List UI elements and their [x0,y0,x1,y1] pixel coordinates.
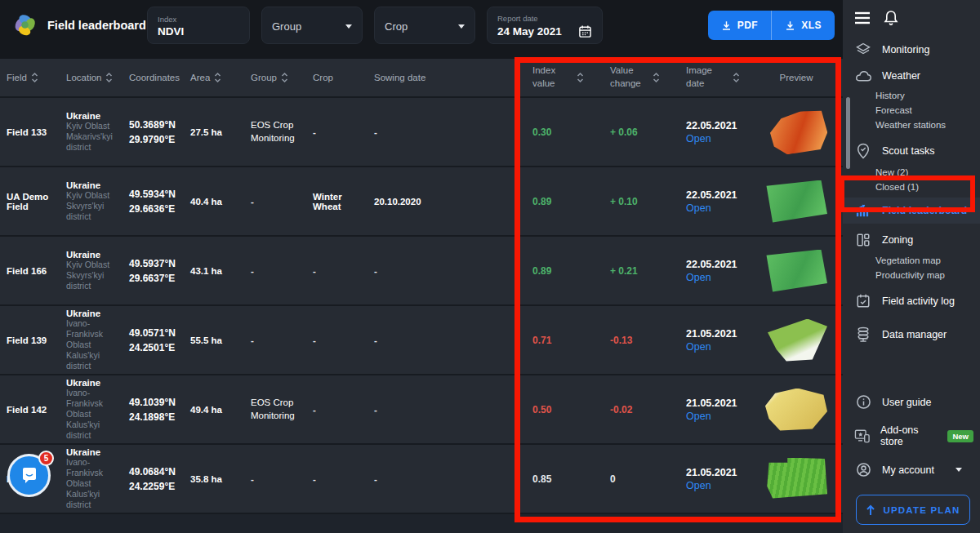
sidebar-subitem-scout-closed[interactable]: Closed (1) [843,180,980,194]
sidebar-item-weather[interactable]: Weather [843,64,980,88]
open-link[interactable]: Open [686,202,750,214]
export-xls-button[interactable]: XLS [771,11,835,40]
hamburger-menu-icon[interactable] [854,11,871,24]
column-header-location[interactable]: Location [60,72,122,83]
location-cell: Ukraine Kyiv Oblast Skvyrs'kyi district [60,180,122,222]
table-row[interactable]: Field 142 Ukraine Ivano-Frankivsk Oblast… [0,375,843,445]
area-cell: 27.5 ha [184,127,244,137]
preview-cell[interactable] [750,389,843,431]
crop-cell: - [306,127,368,137]
sidebar-subitem-history[interactable]: History [843,88,980,103]
column-header-group[interactable]: Group [244,72,306,83]
index-filter-label: Index [158,15,239,24]
sidebar-item-field-activity-log[interactable]: Field activity log [843,287,980,314]
image-date-cell: 22.05.2021 Open [670,259,750,283]
sort-icon[interactable] [281,72,288,83]
field-name: Field 133 [0,127,60,137]
location-cell: Ukraine Kyiv Oblast Makarivs'kyi distric… [60,111,122,153]
table-row[interactable]: Field 133 Ukraine Kyiv Oblast Makarivs'k… [0,98,843,167]
chat-bubble-icon [18,464,41,487]
index-value-cell: 0.71 [516,335,594,346]
sidebar-item-monitoring[interactable]: Monitoring [843,36,980,64]
sidebar-item-data-manager[interactable]: Data manager [843,321,980,348]
index-value-cell: 0.89 [516,196,594,207]
value-change-cell: 0 [594,473,670,485]
sowing-date-cell: - [368,127,516,137]
sort-icon[interactable] [733,72,740,83]
sort-icon[interactable] [214,72,221,83]
sort-icon[interactable] [577,72,584,83]
sidebar-item-user-guide[interactable]: User guide [843,389,980,415]
group-filter-dropdown[interactable]: Group [261,7,363,44]
sidebar-subitem-scout-new[interactable]: New (2) [843,165,980,180]
sidebar-subitem-weather-stations[interactable]: Weather stations [843,118,980,132]
column-header-field[interactable]: Field [0,72,60,83]
crop-filter-label: Crop [385,20,408,33]
open-link[interactable]: Open [686,411,750,422]
sort-icon[interactable] [31,72,38,83]
open-link[interactable]: Open [686,133,750,144]
sort-icon[interactable] [105,72,113,83]
report-date-picker[interactable]: Report date 24 May 2021 [487,7,603,44]
column-header-crop: Crop [306,73,368,82]
group-cell: EOS Crop Monitoring [244,397,301,422]
preview-cell[interactable] [750,180,843,223]
open-link[interactable]: Open [686,341,750,353]
chat-widget-button[interactable]: 5 [7,454,51,497]
table-row[interactable]: UA Demo Field Ukraine Kyiv Oblast Skvyrs… [0,167,843,237]
preview-cell[interactable] [750,458,843,500]
open-link[interactable]: Open [686,272,750,283]
column-header-image-date[interactable]: Image date [670,64,750,90]
group-cell: - [244,474,306,484]
group-cell: EOS Crop Monitoring [244,119,301,144]
update-plan-button[interactable]: UPDATE PLAN [856,495,970,525]
image-date-cell: 21.05.2021 Open [670,398,750,422]
sidebar-subitem-forecast[interactable]: Forecast [843,103,980,118]
sidebar-item-addons-store[interactable]: Add-ons store New [843,419,980,453]
location-cell: Ukraine Kyiv Oblast Skvyrs'kyi district [60,250,122,291]
preview-cell[interactable] [750,319,843,362]
index-value-cell: 0.89 [516,265,594,277]
preview-cell[interactable] [750,111,843,153]
app-logo-icon [11,11,39,39]
new-badge: New [947,430,973,442]
top-toolbar: Field leaderboard Index NDVI Group Crop … [0,0,843,51]
table-row[interactable]: Field 166 Ukraine Kyiv Oblast Skvyrs'kyi… [0,237,843,306]
database-icon [854,326,872,342]
column-header-index-value[interactable]: Index value [516,64,594,90]
sidebar-item-field-leaderboard[interactable]: Field leaderboard [843,198,980,224]
field-preview-image [765,319,827,362]
index-filter[interactable]: Index NDVI [147,7,250,44]
export-pdf-button[interactable]: PDF [708,11,772,40]
coordinates-cell: 49.5934°N 29.6636°E [122,187,184,216]
column-header-value-change[interactable]: Value change [594,64,670,90]
arrow-up-icon [866,504,875,516]
sidebar-item-my-account[interactable]: My account [843,456,980,483]
coordinates-cell: 49.5937°N 29.6637°E [122,256,184,286]
column-header-coordinates: Coordinates [122,73,184,82]
sidebar-subitem-vegetation-map[interactable]: Vegetation map [843,253,980,268]
index-filter-value: NDVI [158,25,239,38]
sidebar-item-scout-tasks[interactable]: Scout tasks [843,137,980,165]
chevron-down-icon [345,24,352,29]
group-cell: - [244,266,306,276]
column-header-area[interactable]: Area [184,72,244,83]
crop-cell: Winter Wheat [306,192,368,211]
sort-icon[interactable] [653,72,660,83]
addons-store-icon [854,429,871,443]
open-link[interactable]: Open [686,480,750,491]
download-icon [721,20,732,31]
layers-icon [854,42,872,58]
crop-filter-dropdown[interactable]: Crop [374,7,475,44]
table-row[interactable]: Field 139 Ukraine Ivano-Frankivsk Oblast… [0,306,843,375]
calendar-check-icon [854,293,872,309]
sidebar-subitem-productivity-map[interactable]: Productivity map [843,268,980,282]
area-cell: 40.4 ha [184,197,244,207]
table-row[interactable]: F Ukraine Ivano-Frankivsk Oblast Kalus'k… [0,445,843,514]
sidebar-item-zoning[interactable]: Zoning [843,227,980,253]
chevron-down-icon [458,24,465,29]
vertical-scrollbar[interactable] [846,97,850,169]
preview-cell[interactable] [750,250,843,292]
notifications-bell-icon[interactable] [884,10,898,26]
account-icon [854,462,872,477]
